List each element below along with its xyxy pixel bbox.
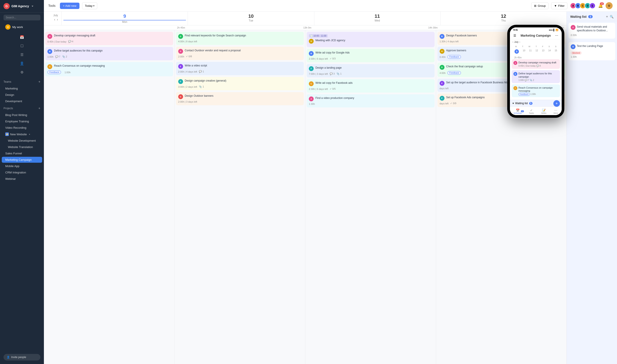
phone-task-title: Reach Consensus on campaign messaging — [519, 86, 558, 92]
avatar: D — [178, 34, 183, 39]
sidebar-header[interactable]: G GIM Agency — [0, 0, 44, 13]
sidebar-item-video-recording[interactable]: Video Recording — [2, 125, 42, 131]
phone-task-1[interactable]: A Develop campaign messaging draft 0:45h… — [512, 59, 560, 69]
calendar-container: July ‹ › 9 Mon 10 Tue — [44, 12, 617, 364]
task-title: Find relevant keywords for Google Search… — [185, 34, 246, 38]
task-card[interactable]: A Find a video production company 1:30h — [307, 94, 435, 107]
task-card[interactable]: B Write ad copy for Google Ads 2:30h | 6… — [307, 49, 435, 62]
task-card[interactable]: F Design a landing page 7:00h | 3 days l… — [307, 64, 435, 78]
sidebar: G GIM Agency U My work 📅 ☐ ☰ 👤 ⚙ Teams +… — [0, 0, 44, 364]
comment-icon: 💬 3 — [330, 72, 335, 75]
task-card[interactable]: E Write a video script 2:00h | 4 days le… — [176, 62, 304, 75]
task-card[interactable]: C Write ad copy for Facebook ads 2:30h |… — [307, 79, 435, 92]
sidebar-item-marketing[interactable]: Marketing — [2, 86, 42, 91]
add-project-button[interactable]: + — [38, 106, 40, 110]
task-card[interactable]: G Design Outdoor banners 2:00h | 3 days … — [176, 92, 304, 105]
task-card[interactable]: F Design campaign creative (general) 3:0… — [176, 77, 304, 90]
task-title: Find a video production company — [315, 96, 354, 100]
check-icon: ✓ 0/5 — [330, 88, 336, 90]
phone-nav-more[interactable]: ⋯ More — [554, 109, 558, 114]
settings-icon[interactable]: ⚙ — [18, 68, 26, 76]
phone-day-12[interactable]: 12 — [535, 49, 538, 54]
phone-day-T2: T — [535, 45, 537, 48]
folder-icon: 📁 — [5, 132, 9, 136]
phone-day-9[interactable]: 9 — [515, 49, 519, 54]
task-card[interactable]: A Develop campaign messaging draft 0:45h… — [45, 32, 173, 45]
phone-day-14[interactable]: 14 — [548, 49, 551, 54]
comment-icon: 💬 1 — [199, 70, 204, 73]
sidebar-item-design[interactable]: Design — [2, 92, 42, 98]
sidebar-item-marketing-campaign[interactable]: Marketing Campaign — [2, 157, 42, 163]
phone-more-icon[interactable]: ⋯ — [555, 34, 558, 37]
task-meta: 4:00h | 8 days left — [178, 40, 302, 43]
phone-nav-schedule[interactable]: 📅 Schedule 13 — [513, 109, 522, 114]
sidebar-item-new-website[interactable]: 📁 New Website ▾ — [2, 131, 42, 137]
phone-tasks: 2h 45m A Develop campaign messaging draf… — [510, 55, 562, 100]
phone-overlay: 9:41 ●●● ▌ 📶 ☰ Marketing Campaign ⋯ ‹ Ju… — [507, 25, 564, 118]
projects-label: Projects — [3, 107, 13, 110]
projects-section: Projects + — [0, 104, 44, 112]
add-waiting-button[interactable]: + — [606, 15, 608, 19]
task-card[interactable]: B Define target audiences for this campa… — [45, 47, 173, 60]
task-card[interactable]: 🕙 10:00 - 11:00 H Meeting with JCD agenc… — [307, 32, 435, 47]
sidebar-item-development[interactable]: Development — [2, 98, 42, 104]
phone-day-15[interactable]: 15 — [555, 49, 557, 54]
invite-people-button[interactable]: 👤 Invite people — [3, 354, 40, 361]
phone-task-3[interactable]: C Reach Consensus on campaign messaging … — [512, 84, 560, 97]
sidebar-item-website-development[interactable]: Website Development — [2, 138, 42, 144]
phone-task-2[interactable]: B Define target audiences for this campa… — [512, 70, 560, 83]
phone-day-10[interactable]: 10 — [523, 49, 525, 54]
feedback-tag: Feedback — [47, 70, 61, 74]
person-icon[interactable]: 👤 — [18, 59, 26, 67]
col-tuesday: D Find relevant keywords for Google Sear… — [175, 30, 305, 364]
sidebar-item-crm[interactable]: CRM Integration — [2, 169, 42, 175]
task-card[interactable]: A Contact Ourdoor vendor and request a p… — [176, 47, 304, 60]
today-button[interactable]: Today ▾ — [82, 2, 97, 9]
phone-cal-next[interactable]: › — [519, 40, 520, 43]
notification-badge: 12 — [600, 2, 604, 5]
next-nav-button[interactable]: › — [57, 18, 58, 21]
calendar-body: A Develop campaign messaging draft 0:45h… — [44, 30, 566, 364]
search-input[interactable] — [3, 15, 40, 20]
task-title: Reach Consensus on campaign messaging — [54, 64, 105, 68]
list-icon[interactable]: ☰ — [18, 51, 26, 59]
phone-nav-tasks[interactable]: ✓ Tasks — [529, 109, 534, 114]
tools-label: Tools — [48, 4, 55, 7]
sidebar-item-sales-funnel[interactable]: Sales Funnel — [2, 150, 42, 156]
task-meta: 2:00h | 3 days left — [178, 100, 302, 103]
sidebar-item-webinar[interactable]: Webinar — [2, 176, 42, 182]
task-card[interactable]: C Reach Consensus on campaign messaging … — [45, 62, 173, 76]
group-button[interactable]: ⊞ Group — [531, 2, 548, 9]
avatar: B — [513, 72, 517, 76]
phone-cal-prev[interactable]: ‹ — [512, 40, 513, 43]
phone-menu-icon[interactable]: ☰ — [513, 34, 516, 37]
phone-day-11[interactable]: 11 — [529, 49, 532, 54]
phone-nav-notes[interactable]: 📝 Notes — [541, 109, 547, 114]
sidebar-item-employee-training[interactable]: Employee Training — [2, 118, 42, 124]
task-card[interactable]: D Find relevant keywords for Google Sear… — [176, 32, 304, 45]
phone-day-nums: 9 10 11 12 13 14 15 — [510, 49, 562, 55]
sidebar-item-mobile-app[interactable]: Mobile App — [2, 163, 42, 169]
add-team-button[interactable]: + — [38, 80, 40, 84]
phone-status-bar: 9:41 ●●● ▌ 📶 — [510, 27, 562, 32]
projects-header[interactable]: Projects + — [3, 106, 40, 111]
calendar-icon[interactable]: 📅 — [18, 33, 26, 41]
teams-header[interactable]: Teams + — [3, 79, 40, 84]
my-work-item[interactable]: U My work — [2, 23, 42, 31]
avatar-5[interactable]: E — [589, 3, 595, 9]
search-waiting-button[interactable]: 🔍 — [610, 15, 614, 19]
task-title: Write ad copy for Facebook ads — [315, 81, 353, 85]
sidebar-item-blog-post[interactable]: Blog Post Writing — [2, 112, 42, 118]
sidebar-item-website-translation[interactable]: Website Translation — [2, 144, 42, 150]
phone-day-13[interactable]: 13 — [542, 49, 544, 54]
filter-button[interactable]: ▼ Filter — [551, 2, 567, 9]
task-title: Design campaign creative (general) — [185, 79, 226, 83]
waiting-card-2[interactable]: B Test the Landing Page blocked 1:30h — [568, 42, 615, 60]
feedback-tag: Feedback — [519, 93, 530, 96]
waiting-card-1[interactable]: A Send visual materials and specificatio… — [568, 23, 615, 39]
prev-nav-button[interactable]: ‹ — [54, 18, 55, 21]
add-new-button[interactable]: + Add new — [60, 3, 80, 9]
notification-button[interactable]: 🔔 12 — [598, 3, 603, 8]
check-icon[interactable]: ☐ — [18, 42, 26, 50]
user-menu-avatar[interactable]: U — [606, 2, 613, 9]
